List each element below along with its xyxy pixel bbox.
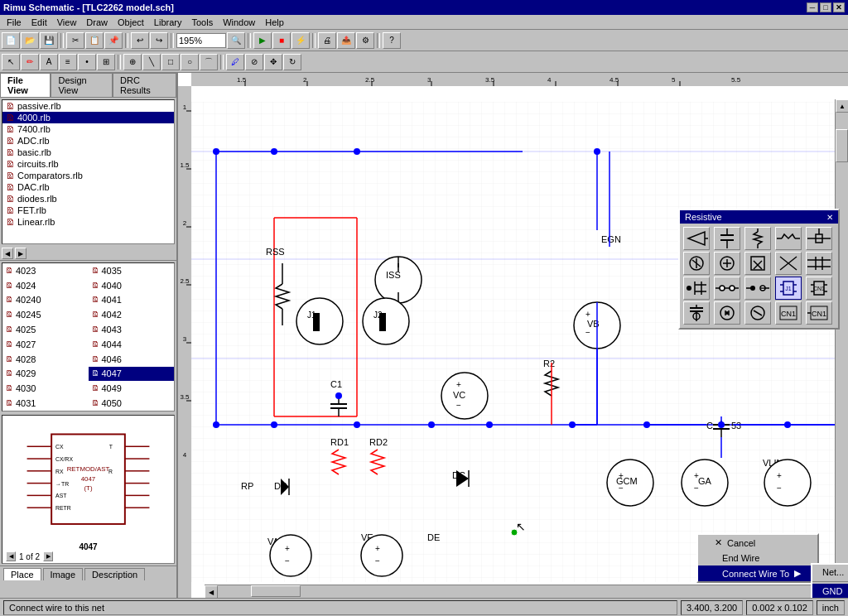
schematic-canvas[interactable]: RSS ISS J1: [191, 86, 848, 598]
tree-item-circuits[interactable]: 🖻 circuits.rlb: [2, 158, 174, 170]
export-button[interactable]: 📤: [337, 32, 355, 49]
maximize-button[interactable]: □: [820, 2, 831, 12]
zoom-in-button[interactable]: 🔍: [227, 32, 245, 49]
close-button[interactable]: ✕: [833, 2, 845, 12]
ctx-end-wire[interactable]: End Wire: [698, 551, 817, 565]
tab-design-view[interactable]: Design View: [51, 73, 113, 97]
open-button[interactable]: 📂: [21, 32, 39, 49]
label-tool[interactable]: ⊞: [97, 54, 115, 70]
rotate-tool[interactable]: ↻: [283, 54, 301, 70]
palette-cell-9[interactable]: [775, 252, 802, 275]
scroll-thumb-v[interactable]: [836, 129, 848, 162]
cut-button[interactable]: ✂: [66, 32, 84, 49]
prev-page-arrow[interactable]: ◀: [6, 551, 16, 561]
sim-button[interactable]: ⚡: [292, 32, 310, 49]
palette-cell-16[interactable]: [683, 301, 710, 325]
menu-file[interactable]: File: [2, 17, 26, 28]
part-4043[interactable]: 🖻4043: [89, 322, 175, 337]
part-40245[interactable]: 🖻40245: [2, 307, 89, 322]
part-4046[interactable]: 🖻4046: [89, 352, 175, 367]
submenu-gnd[interactable]: GND: [812, 584, 848, 598]
part-4030[interactable]: 🖻4030: [2, 381, 89, 396]
palette-cell-15[interactable]: CN1: [806, 277, 832, 300]
palette-cell-10[interactable]: [806, 252, 832, 275]
palette-cell-4[interactable]: [775, 227, 802, 250]
menu-library[interactable]: Library: [149, 17, 187, 28]
palette-cell-18[interactable]: [744, 301, 771, 325]
new-button[interactable]: 📄: [2, 32, 20, 49]
tab-image[interactable]: Image: [43, 568, 84, 580]
tree-item-linear[interactable]: 🖻 Linear.rlb: [2, 216, 174, 228]
part-4027[interactable]: 🖻4027: [2, 337, 89, 352]
ctx-connect-wire-to[interactable]: Connect Wire To ▶: [698, 565, 817, 581]
palette-close-button[interactable]: ✕: [826, 213, 833, 222]
circle-tool[interactable]: ○: [181, 54, 199, 70]
palette-cell-7[interactable]: [714, 252, 740, 275]
part-4047[interactable]: 🖻4047: [89, 367, 175, 382]
part-4040[interactable]: 🖻4040: [89, 278, 175, 293]
line-tool[interactable]: ╲: [142, 54, 161, 70]
part-4023[interactable]: 🖻4023: [2, 263, 89, 278]
palette-cell-2[interactable]: [714, 227, 740, 250]
copy-button[interactable]: 📋: [85, 32, 104, 49]
scrollbar-horizontal[interactable]: ◀ ▶: [205, 585, 835, 598]
scroll-left-button[interactable]: ◀: [205, 585, 218, 598]
palette-cell-14[interactable]: J1: [775, 277, 802, 300]
menu-draw[interactable]: Draw: [81, 17, 113, 28]
eraser-tool[interactable]: ⊘: [245, 54, 263, 70]
tab-description[interactable]: Description: [84, 568, 145, 580]
paste-button[interactable]: 📌: [104, 32, 123, 49]
select-tool[interactable]: ↖: [2, 54, 20, 70]
part-4024[interactable]: 🖻4024: [2, 278, 89, 293]
undo-button[interactable]: ↩: [131, 32, 149, 49]
part-40240[interactable]: 🖻40240: [2, 293, 89, 308]
part-4035[interactable]: 🖻4035: [89, 263, 175, 278]
next-page-arrow[interactable]: ▶: [43, 551, 53, 561]
stop-button[interactable]: ■: [272, 32, 291, 49]
part-4042[interactable]: 🖻4042: [89, 307, 175, 322]
palette-cell-5[interactable]: [806, 227, 832, 250]
palette-cell-17[interactable]: [714, 301, 740, 325]
zoom-input[interactable]: [176, 33, 226, 48]
part-4029[interactable]: 🖻4029: [2, 367, 89, 382]
tree-item-fet[interactable]: 🖻 FET.rlb: [2, 205, 174, 216]
menu-view[interactable]: View: [52, 17, 82, 28]
part-4028[interactable]: 🖻4028: [2, 352, 89, 367]
tab-drc-results[interactable]: DRC Results: [113, 73, 176, 97]
part-4050[interactable]: 🖻4050: [89, 396, 175, 411]
settings-button[interactable]: ⚙: [356, 32, 374, 49]
palette-cell-1[interactable]: [683, 227, 710, 250]
bus-tool[interactable]: ≡: [59, 54, 77, 70]
palette-cell-3[interactable]: [744, 227, 771, 250]
rect-tool[interactable]: □: [161, 54, 180, 70]
tree-item-dac[interactable]: 🖻 DAC.rlb: [2, 181, 174, 193]
scroll-up-button[interactable]: ▲: [836, 99, 848, 113]
menu-object[interactable]: Object: [113, 17, 149, 28]
scrollbar-vertical[interactable]: ▲ ▼: [835, 99, 848, 585]
help-button[interactable]: ?: [383, 32, 401, 49]
part-4025[interactable]: 🖻4025: [2, 322, 89, 337]
submenu-net-item[interactable]: Net...: [812, 565, 848, 580]
print-button[interactable]: 🖨: [318, 32, 336, 49]
palette-cell-6[interactable]: [683, 252, 710, 275]
redo-button[interactable]: ↪: [150, 32, 168, 49]
tree-item-comparators[interactable]: 🖻 Comparators.rlb: [2, 170, 174, 181]
move-tool[interactable]: ✥: [264, 54, 282, 70]
text-tool[interactable]: A: [40, 54, 58, 70]
menu-window[interactable]: Window: [218, 17, 260, 28]
scroll-right-arrow[interactable]: ▶: [15, 248, 26, 259]
palette-cell-8[interactable]: [744, 252, 771, 275]
tree-item-adc[interactable]: 🖻 ADC.rlb: [2, 135, 174, 147]
junction-tool[interactable]: •: [78, 54, 96, 70]
menu-edit[interactable]: Edit: [26, 17, 52, 28]
palette-cell-12[interactable]: [714, 277, 740, 300]
palette-cell-13[interactable]: [744, 277, 771, 300]
scroll-left-arrow[interactable]: ◀: [2, 248, 13, 259]
part-4031[interactable]: 🖻4031: [2, 396, 89, 411]
menu-tools[interactable]: Tools: [186, 17, 218, 28]
arc-tool[interactable]: ⌒: [200, 54, 218, 70]
tree-item-diodes[interactable]: 🖻 diodes.rlb: [2, 193, 174, 205]
palette-cell-11[interactable]: [683, 277, 710, 300]
wire-tool[interactable]: ✏: [21, 54, 39, 70]
part-4044[interactable]: 🖻4044: [89, 337, 175, 352]
